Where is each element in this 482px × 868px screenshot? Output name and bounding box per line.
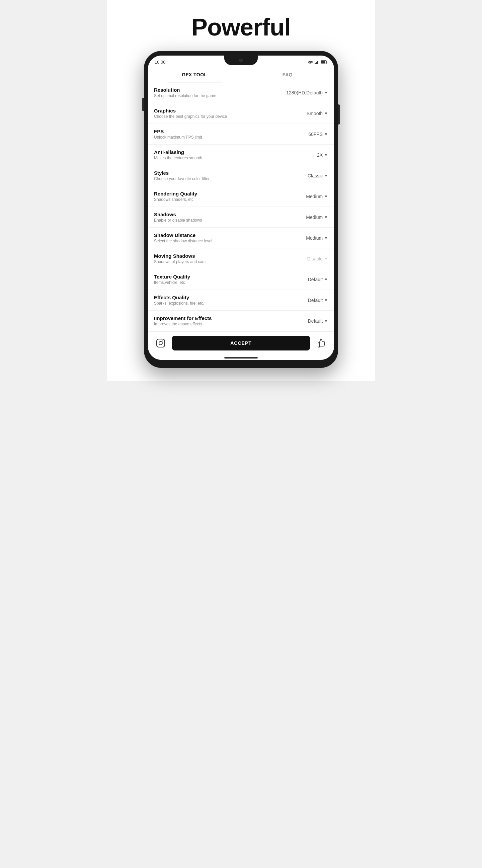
camera-dot <box>239 59 243 62</box>
setting-title-shadows: Shadows <box>154 212 294 217</box>
setting-info-moving-shadows: Moving Shadows Shadows of players and ca… <box>154 253 294 264</box>
setting-title-moving-shadows: Moving Shadows <box>154 253 294 259</box>
setting-desc-effects: Sparks, explosions, fire, etc. <box>154 301 294 306</box>
setting-row-styles[interactable]: Styles Choose your favorite color filter… <box>148 165 334 186</box>
chevron-icon-rendering: ▼ <box>324 194 328 199</box>
chevron-icon-fps: ▼ <box>324 132 328 136</box>
status-time: 10:00 <box>155 60 166 65</box>
setting-info-fps: FPS Unlock maximum FPS limit <box>154 128 294 140</box>
notch <box>224 56 258 65</box>
setting-info-improvement: Improvement for Effects Improves the abo… <box>154 315 294 327</box>
setting-value-graphics: Smooth ▼ <box>294 111 328 116</box>
setting-row-shadow-distance[interactable]: Shadow Distance Select the shadow distan… <box>148 228 334 248</box>
svg-rect-1 <box>316 62 317 64</box>
setting-row-antialiasing[interactable]: Anti-aliasing Makes the textures smooth … <box>148 145 334 165</box>
home-indicator <box>148 354 334 360</box>
setting-title-rendering: Rendering Quality <box>154 191 294 196</box>
setting-title-shadow-distance: Shadow Distance <box>154 232 294 238</box>
setting-title-improvement: Improvement for Effects <box>154 315 294 321</box>
setting-info-shadows: Shadows Enable or disable shadows <box>154 212 294 223</box>
phone-frame: 10:00 <box>144 51 338 368</box>
svg-rect-6 <box>321 61 325 63</box>
setting-info-shadow-distance: Shadow Distance Select the shadow distan… <box>154 232 294 243</box>
setting-desc-improvement: Improves the above effects <box>154 322 294 327</box>
setting-row-resolution[interactable]: Resolution Set optimal resolution for th… <box>148 82 334 103</box>
setting-info-texture: Texture Quality Items,vehicle, etc <box>154 274 294 285</box>
chevron-icon-resolution: ▼ <box>324 90 328 95</box>
setting-desc-moving-shadows: Shadows of players and cars <box>154 259 294 264</box>
setting-value-resolution: 1280(HD,Default) ▼ <box>286 90 328 95</box>
setting-desc-antialiasing: Makes the textures smooth <box>154 156 294 160</box>
setting-value-texture: Default ▼ <box>294 277 328 282</box>
setting-row-graphics[interactable]: Graphics Choose the best graphics for yo… <box>148 103 334 124</box>
setting-value-shadows: Medium ▼ <box>294 215 328 220</box>
page-title: Powerful <box>191 0 291 51</box>
setting-desc-rendering: Shadows,shaders, etc <box>154 197 294 202</box>
setting-desc-texture: Items,vehicle, etc <box>154 280 294 285</box>
chevron-icon-effects: ▼ <box>324 298 328 303</box>
setting-row-fps[interactable]: FPS Unlock maximum FPS limit 60FPS ▼ <box>148 124 334 145</box>
setting-info-rendering: Rendering Quality Shadows,shaders, etc <box>154 191 294 202</box>
setting-value-rendering: Medium ▼ <box>294 194 328 199</box>
setting-row-rendering[interactable]: Rendering Quality Shadows,shaders, etc M… <box>148 186 334 207</box>
chevron-icon-moving-shadows: ▼ <box>324 256 328 261</box>
battery-icon <box>321 60 327 64</box>
wifi-icon <box>308 60 313 64</box>
setting-row-shadows[interactable]: Shadows Enable or disable shadows Medium… <box>148 207 334 228</box>
tab-gfxtool[interactable]: GFX TOOL <box>148 67 241 82</box>
chevron-icon-texture: ▼ <box>324 277 328 282</box>
setting-info-antialiasing: Anti-aliasing Makes the textures smooth <box>154 149 294 160</box>
chevron-icon-graphics: ▼ <box>324 111 328 116</box>
svg-point-9 <box>162 340 163 341</box>
chevron-icon-improvement: ▼ <box>324 319 328 323</box>
setting-desc-resolution: Set optimal resolution for the game <box>154 93 286 98</box>
chevron-icon-antialiasing: ▼ <box>324 153 328 157</box>
setting-desc-shadow-distance: Select the shadow distance level <box>154 239 294 243</box>
chevron-icon-shadows: ▼ <box>324 215 328 220</box>
setting-value-styles: Classic ▼ <box>294 173 328 179</box>
setting-value-fps: 60FPS ▼ <box>294 131 328 137</box>
instagram-icon <box>156 338 165 348</box>
setting-row-moving-shadows: Moving Shadows Shadows of players and ca… <box>148 248 334 269</box>
settings-list: Resolution Set optimal resolution for th… <box>148 82 334 332</box>
bottom-bar: ACCEPT <box>148 332 334 354</box>
thumbsup-button[interactable] <box>315 337 327 349</box>
phone-screen: 10:00 <box>148 56 334 360</box>
setting-value-shadow-distance: Medium ▼ <box>294 235 328 241</box>
setting-info-resolution: Resolution Set optimal resolution for th… <box>154 87 286 98</box>
signal-icon <box>315 60 319 64</box>
svg-rect-0 <box>315 63 316 64</box>
accept-button[interactable]: ACCEPT <box>172 336 310 350</box>
setting-title-antialiasing: Anti-aliasing <box>154 149 294 155</box>
thumbsup-icon <box>317 338 326 348</box>
setting-desc-shadows: Enable or disable shadows <box>154 218 294 223</box>
chevron-icon-styles: ▼ <box>324 174 328 178</box>
setting-title-styles: Styles <box>154 170 294 176</box>
chevron-icon-shadow-distance: ▼ <box>324 236 328 240</box>
setting-info-styles: Styles Choose your favorite color filter <box>154 170 294 181</box>
setting-title-effects: Effects Quality <box>154 294 294 300</box>
setting-info-effects: Effects Quality Sparks, explosions, fire… <box>154 294 294 306</box>
status-icons <box>308 60 327 64</box>
setting-value-effects: Default ▼ <box>294 298 328 303</box>
setting-desc-styles: Choose your favorite color filter <box>154 177 294 181</box>
svg-rect-5 <box>327 61 327 63</box>
instagram-button[interactable] <box>155 337 167 349</box>
svg-rect-2 <box>317 61 318 64</box>
setting-row-improvement[interactable]: Improvement for Effects Improves the abo… <box>148 311 334 332</box>
setting-row-effects[interactable]: Effects Quality Sparks, explosions, fire… <box>148 290 334 311</box>
svg-rect-7 <box>157 339 165 347</box>
status-bar: 10:00 <box>148 56 334 67</box>
setting-desc-graphics: Choose the best graphics for your device <box>154 114 294 119</box>
setting-desc-fps: Unlock maximum FPS limit <box>154 135 294 140</box>
setting-value-moving-shadows: Disable ▼ <box>294 256 328 261</box>
setting-title-fps: FPS <box>154 128 294 134</box>
tabs: GFX TOOL FAQ <box>148 67 334 82</box>
svg-rect-3 <box>319 60 319 64</box>
home-bar <box>224 357 258 359</box>
setting-row-texture[interactable]: Texture Quality Items,vehicle, etc Defau… <box>148 269 334 290</box>
setting-title-graphics: Graphics <box>154 108 294 114</box>
setting-value-antialiasing: 2X ▼ <box>294 152 328 158</box>
tab-faq[interactable]: FAQ <box>241 67 334 82</box>
setting-value-improvement: Default ▼ <box>294 318 328 324</box>
